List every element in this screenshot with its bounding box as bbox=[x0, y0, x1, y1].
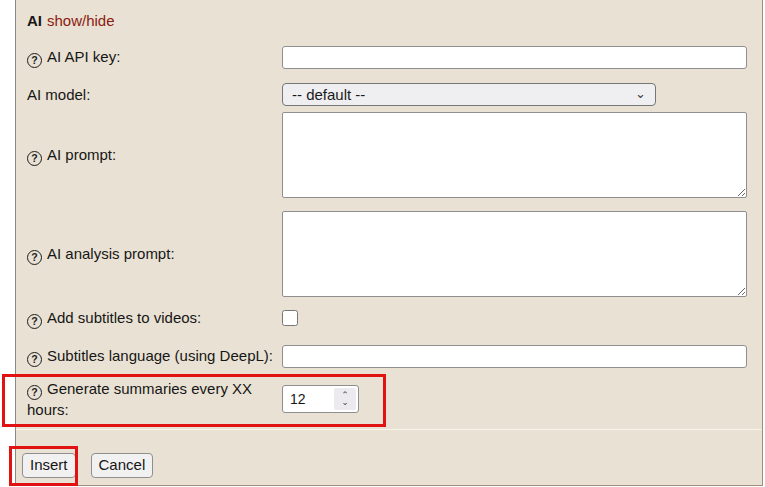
show-hide-link[interactable]: show/hide bbox=[47, 12, 115, 29]
ai-api-key-label: ?AI API key: bbox=[27, 47, 282, 68]
ai-model-label: AI model: bbox=[27, 85, 282, 104]
row-subtitles-language: ?Subtitles language (using DeepL): bbox=[27, 345, 747, 368]
row-ai-prompt: ?AI prompt: bbox=[27, 112, 747, 198]
spinner-down-icon[interactable]: ⌄ bbox=[341, 399, 349, 406]
ai-prompt-label: ?AI prompt: bbox=[27, 145, 282, 166]
row-generate-summaries: ?Generate summaries every XX hours: ⌃ ⌄ bbox=[27, 385, 747, 413]
ai-analysis-prompt-label: ?AI analysis prompt: bbox=[27, 244, 282, 265]
form-actions: Insert Cancel bbox=[22, 453, 153, 478]
subtitles-language-label: ?Subtitles language (using DeepL): bbox=[27, 346, 282, 367]
subtitles-language-input[interactable] bbox=[282, 345, 747, 368]
help-icon[interactable]: ? bbox=[27, 53, 42, 68]
summaries-hours-stepper: ⌃ ⌄ bbox=[282, 385, 359, 413]
ai-analysis-prompt-textarea[interactable] bbox=[282, 211, 747, 297]
help-icon[interactable]: ? bbox=[27, 250, 42, 265]
panel-title: AI bbox=[27, 12, 42, 29]
ai-model-select[interactable]: -- default -- ⌄ bbox=[282, 83, 656, 106]
add-subtitles-label: ?Add subtitles to videos: bbox=[27, 308, 282, 329]
panel-header: AIshow/hide bbox=[27, 12, 115, 30]
help-icon[interactable]: ? bbox=[27, 352, 42, 367]
help-icon[interactable]: ? bbox=[27, 385, 42, 400]
number-spinner[interactable]: ⌃ ⌄ bbox=[334, 388, 356, 410]
section-divider bbox=[16, 429, 762, 430]
summaries-hours-input[interactable] bbox=[283, 386, 332, 412]
insert-button[interactable]: Insert bbox=[22, 453, 76, 478]
cancel-button[interactable]: Cancel bbox=[91, 453, 154, 478]
row-ai-model: AI model: -- default -- ⌄ bbox=[27, 83, 747, 106]
ai-prompt-textarea[interactable] bbox=[282, 112, 747, 198]
help-icon[interactable]: ? bbox=[27, 314, 42, 329]
generate-summaries-label: ?Generate summaries every XX hours: bbox=[27, 379, 282, 419]
help-icon[interactable]: ? bbox=[27, 151, 42, 166]
row-ai-api-key: ?AI API key: bbox=[27, 46, 747, 69]
row-ai-analysis-prompt: ?AI analysis prompt: bbox=[27, 211, 747, 297]
ai-model-selected-value: -- default -- bbox=[292, 86, 365, 103]
add-subtitles-checkbox[interactable] bbox=[282, 310, 298, 326]
row-add-subtitles: ?Add subtitles to videos: bbox=[27, 308, 747, 328]
ai-api-key-input[interactable] bbox=[282, 46, 747, 69]
ai-settings-panel: AIshow/hide ?AI API key: AI model: -- de… bbox=[15, 0, 763, 486]
chevron-down-icon: ⌄ bbox=[635, 89, 646, 99]
